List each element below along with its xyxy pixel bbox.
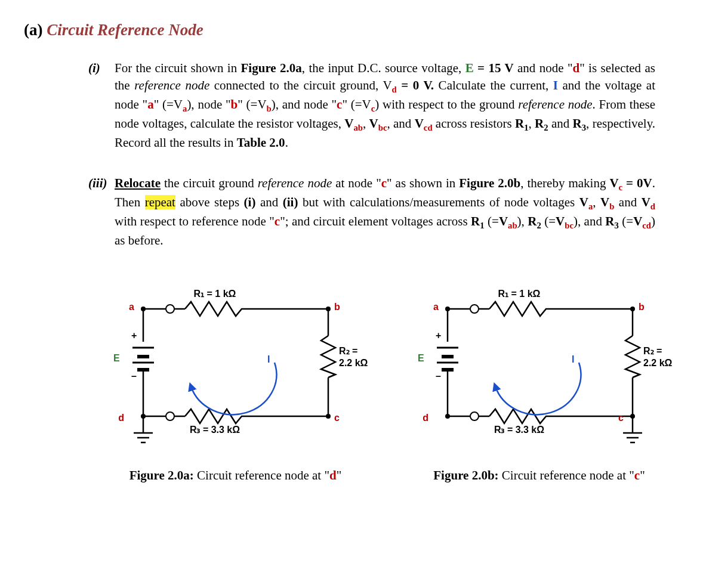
var-R: R bbox=[535, 116, 544, 131]
repeat-highlight: repeat bbox=[145, 195, 175, 209]
var-R: R bbox=[515, 116, 524, 131]
svg-point-30 bbox=[470, 305, 479, 313]
figures-row: a b c d R₁ = 1 kΩ R₂ = 2.2 kΩ R₃ = 3.3 k… bbox=[95, 273, 679, 456]
ref-node-term: reference node bbox=[518, 97, 592, 112]
text: ), node " bbox=[187, 97, 230, 112]
text: ), and bbox=[574, 214, 605, 228]
node-label-d: d bbox=[423, 413, 428, 423]
svg-point-39 bbox=[445, 414, 450, 419]
svg-point-31 bbox=[470, 412, 479, 420]
minus-sign: – bbox=[436, 371, 441, 381]
table-ref: Table 2.0 bbox=[237, 135, 285, 150]
text: "; and circuit element voltages across bbox=[280, 214, 471, 228]
text: , thereby making bbox=[520, 176, 609, 190]
svg-point-8 bbox=[166, 305, 174, 313]
var-R: R bbox=[471, 214, 480, 228]
r2-label-a: R₂ = bbox=[339, 346, 357, 356]
text: and bbox=[255, 195, 282, 209]
figure-ref: Figure 2.0b bbox=[459, 176, 520, 190]
sub-3: 3 bbox=[582, 123, 586, 132]
para-iii-body: Relocate the circuit ground reference no… bbox=[115, 175, 655, 249]
caption-bold: Figure 2.0b: bbox=[433, 468, 498, 482]
caption-node: c bbox=[634, 468, 640, 482]
current-label: I bbox=[267, 354, 270, 364]
text: , bbox=[363, 116, 369, 131]
var-V: V bbox=[642, 195, 650, 209]
text: " as shown in bbox=[387, 176, 459, 190]
minus-sign: – bbox=[131, 371, 137, 381]
sub-1: 1 bbox=[524, 123, 528, 132]
var-V: V bbox=[344, 116, 353, 131]
caption-bold: Figure 2.0a: bbox=[130, 468, 194, 482]
source-label-E: E bbox=[418, 353, 424, 363]
circuit-diagram-b: a b c d R₁ = 1 kΩ R₂ = 2.2 kΩ R₃ = 3.3 k… bbox=[400, 273, 680, 452]
sub-b: b bbox=[267, 104, 272, 113]
paragraph-iii: (iii) Relocate the circuit ground refere… bbox=[88, 175, 655, 249]
text: (= bbox=[541, 214, 556, 228]
var-R: R bbox=[573, 116, 582, 131]
svg-point-36 bbox=[445, 307, 450, 311]
step-ref-i: (i) bbox=[244, 195, 256, 209]
text: above steps bbox=[175, 195, 244, 209]
section-label: (a) bbox=[24, 21, 42, 39]
figure-b-caption: Figure 2.0b: Circuit reference node at "… bbox=[399, 467, 679, 484]
r1-label: R₁ = 1 kΩ bbox=[498, 289, 541, 299]
text: Calculate the current, bbox=[434, 78, 553, 92]
sub-d: d bbox=[650, 202, 655, 211]
text: ), bbox=[517, 214, 528, 228]
sub-3: 3 bbox=[615, 221, 619, 230]
text: and bbox=[614, 195, 641, 209]
var-V: V bbox=[369, 116, 378, 131]
text: and node " bbox=[514, 61, 573, 75]
paragraph-i: (i) For the circuit shown in Figure 2.0a… bbox=[88, 60, 655, 151]
text: across resistors bbox=[433, 116, 515, 131]
figure-2-0b: a b c d R₁ = 1 kΩ R₂ = 2.2 kΩ R₃ = 3.3 k… bbox=[400, 273, 680, 456]
text: " (=V bbox=[238, 97, 266, 112]
caption-text: " bbox=[640, 468, 645, 482]
section-title: (a) Circuit Reference Node bbox=[24, 19, 679, 41]
text: with respect to reference node " bbox=[115, 214, 275, 228]
text: , bbox=[593, 195, 600, 209]
var-Vc-value: = 0V bbox=[622, 176, 652, 190]
node-label-b: b bbox=[639, 302, 645, 312]
step-ref-ii: (ii) bbox=[283, 195, 298, 209]
text: , and bbox=[387, 116, 414, 131]
circuit-diagram-a: a b c d R₁ = 1 kΩ R₂ = 2.2 kΩ R₃ = 3.3 k… bbox=[95, 273, 376, 452]
para-i-body: For the circuit shown in Figure 2.0a, th… bbox=[115, 60, 655, 151]
node-c: c bbox=[275, 214, 280, 228]
r1-label: R₁ = 1 kΩ bbox=[194, 289, 236, 299]
section-text: Circuit Reference Node bbox=[47, 21, 203, 39]
text: ), and node " bbox=[272, 97, 337, 112]
text: , bbox=[529, 116, 535, 131]
current-label: I bbox=[572, 354, 574, 364]
var-I: I bbox=[553, 78, 558, 92]
var-V: V bbox=[600, 195, 609, 209]
var-V: V bbox=[499, 214, 508, 228]
node-label-b: b bbox=[334, 302, 340, 312]
sub-1: 1 bbox=[480, 221, 484, 230]
svg-point-15 bbox=[326, 307, 331, 311]
var-R: R bbox=[528, 214, 536, 228]
ref-node-term: reference node bbox=[258, 176, 332, 190]
text: " (=V bbox=[154, 97, 183, 112]
text: = 0 V. bbox=[397, 78, 434, 92]
var-E: E bbox=[465, 61, 474, 75]
relocate-word: Relocate bbox=[115, 176, 161, 190]
text: (= bbox=[619, 214, 633, 228]
text: at node " bbox=[332, 176, 381, 190]
text: For the circuit shown in bbox=[115, 61, 241, 75]
svg-point-14 bbox=[141, 307, 146, 311]
node-a: a bbox=[147, 97, 154, 112]
text: , the input D.C. source voltage, bbox=[302, 61, 465, 75]
var-V: V bbox=[609, 176, 618, 190]
captions-row: Figure 2.0a: Circuit reference node at "… bbox=[95, 467, 679, 484]
plus-sign: + bbox=[131, 330, 137, 341]
text: " (=V bbox=[342, 97, 371, 112]
source-label-E: E bbox=[113, 353, 120, 363]
node-label-a: a bbox=[433, 302, 439, 312]
caption-text: Circuit reference node at " bbox=[499, 468, 634, 482]
sub-bc: bc bbox=[378, 123, 387, 132]
node-d: d bbox=[572, 61, 579, 75]
r3-label: R₃ = 3.3 kΩ bbox=[190, 425, 240, 435]
var-V: V bbox=[415, 116, 424, 131]
